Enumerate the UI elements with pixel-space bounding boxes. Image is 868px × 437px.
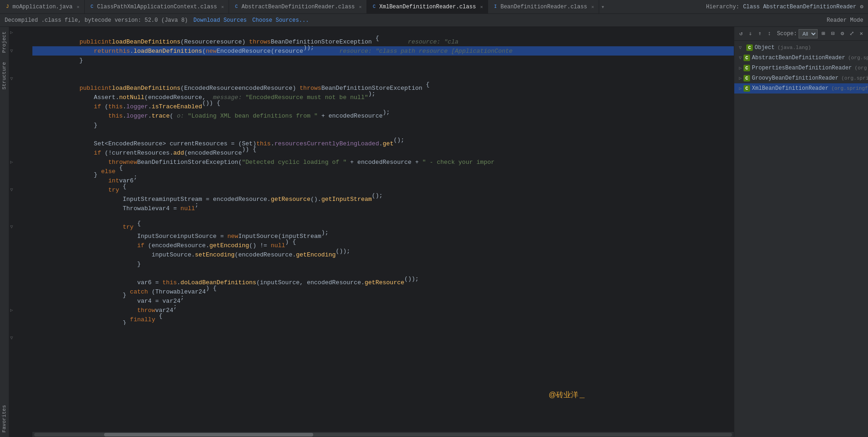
tree-item-name: PropertiesBeanDefinitionReader — [752, 65, 852, 71]
fold-icon[interactable]: ▽ — [10, 224, 13, 230]
maximize-button[interactable]: ⤢ — [848, 29, 856, 38]
settings-button[interactable]: ⚙ — [838, 29, 846, 38]
tree-item-groovyBeanDefReader[interactable]: ▷ C GroovyBeanDefinitionReader (org.spri… — [734, 73, 868, 83]
tab-label: XmlBeanDefinitionReader.class — [379, 4, 476, 10]
tab-moApplication[interactable]: J moApplication.java ✕ — [0, 0, 85, 14]
tab-close-xmlBeanDef[interactable]: ✕ — [480, 4, 483, 10]
scope-select[interactable]: All — [799, 29, 818, 38]
sidebar-item-favorites[interactable]: Favorites — [0, 400, 9, 437]
tree-expand-icon[interactable]: ▷ — [739, 86, 742, 91]
gutter-line — [9, 324, 32, 333]
code-content: public int loadBeanDefinitions(Resource … — [32, 27, 734, 325]
tree-item-pkg: (java.lang) — [777, 45, 811, 50]
tree-item-object[interactable]: ▽ C Object (java.lang) — [734, 43, 868, 53]
tree-item-pkg: (org.springframewo... — [841, 75, 868, 81]
collapse-all-button[interactable]: ⊟ — [829, 29, 837, 38]
gutter-line: ▷ — [9, 306, 32, 315]
fold-icon[interactable]: ▷ — [10, 307, 13, 313]
tree-item-abstractBeanDefReader[interactable]: ▽ C AbstractBeanDefinitionReader (org.sp… — [734, 53, 868, 63]
tree-item-propertiesBeanDefReader[interactable]: ▷ C PropertiesBeanDefinitionReader (org.… — [734, 63, 868, 73]
sort-button[interactable]: ↕ — [766, 29, 774, 38]
class-icon: C — [744, 65, 750, 71]
tree-expand-icon[interactable]: ▽ — [739, 45, 744, 50]
fold-icon[interactable]: ▽ — [10, 76, 13, 81]
tab-close-beanDefReader[interactable]: ✕ — [591, 4, 594, 10]
tab-close-moApplication[interactable]: ✕ — [77, 4, 80, 10]
close-panel-button[interactable]: ✕ — [857, 29, 865, 38]
code-line: InputSource inputSource = new InputSourc… — [32, 231, 734, 241]
code-line: InputStream inputStream = encodedResourc… — [32, 194, 734, 204]
gutter-line — [9, 250, 32, 259]
gutter-line — [9, 241, 32, 250]
more-tabs-chevron[interactable]: ▾ — [599, 3, 607, 11]
code-gutter: ▷ ▽ ▽ ▷ ▽ ▽ — [9, 27, 32, 437]
code-line: return this.loadBeanDefinitions(new Enco… — [32, 46, 734, 56]
tree-expand-icon[interactable]: ▷ — [739, 65, 742, 71]
class-icon: C — [746, 44, 753, 51]
tab-classpathXml[interactable]: C ClassPathXmlApplicationContext.class ✕ — [85, 0, 229, 14]
scrollbar-thumb[interactable] — [104, 433, 313, 437]
download-sources-button[interactable]: Download Sources — [193, 17, 247, 24]
tree-item-pkg: (org.springframewo... — [848, 55, 868, 61]
subtypes-button[interactable]: ⇓ — [747, 29, 755, 38]
tree-item-name: GroovyBeanDefinitionReader — [752, 75, 838, 81]
tab-close-abstractBean[interactable]: ✕ — [359, 4, 362, 10]
decompiled-note: Decompiled .class file, bytecode version… — [5, 17, 188, 24]
gutter-line — [9, 56, 32, 65]
code-line: var4 = var24; — [32, 296, 734, 306]
gutter-line — [9, 259, 32, 268]
fold-icon[interactable]: ▷ — [10, 159, 13, 165]
tree-item-pkg: (org.springframe... — [855, 65, 868, 71]
fold-icon[interactable]: ▽ — [10, 48, 13, 54]
tree-item-name: AbstractBeanDefinitionReader — [752, 55, 845, 61]
code-line: var6 = this.doLoadBeanDefinitions(inputS… — [32, 278, 734, 287]
settings-icon[interactable]: ⚙ — [860, 3, 863, 10]
tab-bar: J moApplication.java ✕ C ClassPathXmlApp… — [0, 0, 868, 14]
gutter-line — [9, 315, 32, 324]
horizontal-scrollbar[interactable] — [32, 431, 734, 437]
tab-label: BeanDefinitionReader.class — [501, 4, 587, 10]
gutter-line — [9, 167, 32, 176]
code-line: } — [32, 259, 734, 268]
gutter-line — [9, 120, 32, 130]
tree-expand-icon[interactable]: ▷ — [739, 75, 742, 81]
gutter-line — [9, 278, 32, 287]
gutter-line — [9, 130, 32, 139]
gutter-line — [9, 102, 32, 111]
tab-abstractBean[interactable]: C AbstractBeanDefinitionReader.class ✕ — [229, 0, 367, 14]
tree-item-name: XmlBeanDefinitionReader — [752, 85, 829, 92]
class-icon: C — [744, 75, 750, 81]
scrollbar-track[interactable] — [34, 433, 732, 437]
class-file-icon: C — [234, 4, 239, 10]
tree-expand-icon[interactable]: ▽ — [739, 55, 742, 61]
gutter-line — [9, 231, 32, 241]
code-line: throw var24; — [32, 306, 734, 315]
refresh-hierarchy-button[interactable]: ↺ — [737, 29, 745, 38]
sidebar-item-project[interactable]: Project — [0, 27, 9, 57]
tab-xmlBeanDef[interactable]: C XmlBeanDefinitionReader.class ✕ — [367, 0, 488, 14]
code-line — [32, 65, 734, 74]
gutter-line — [9, 296, 32, 306]
tree-item-name: Object — [755, 44, 775, 51]
sidebar-item-structure[interactable]: Structure — [0, 57, 9, 94]
code-editor[interactable]: public int loadBeanDefinitions(Resource … — [32, 27, 734, 437]
fold-icon[interactable]: ▽ — [10, 335, 13, 341]
fold-icon[interactable]: ▽ — [10, 187, 13, 193]
code-line — [32, 74, 734, 83]
gutter-line: ▽ — [9, 333, 32, 343]
supertypes-button[interactable]: ⇑ — [756, 29, 764, 38]
tree-item-pkg: (org.springframework.be... — [831, 86, 868, 91]
code-line: } finally { — [32, 315, 734, 324]
reader-mode-button[interactable]: Reader Mode — [827, 17, 863, 24]
tab-label: AbstractBeanDefinitionReader.class — [242, 4, 355, 10]
choose-sources-button[interactable]: Choose Sources... — [252, 17, 309, 24]
tab-close-classpathXml[interactable]: ✕ — [221, 4, 224, 10]
tab-beanDefReader[interactable]: I BeanDefinitionReader.class ✕ — [488, 0, 599, 14]
fold-icon[interactable]: ▷ — [10, 30, 13, 35]
tree-item-xmlBeanDefReader[interactable]: ▷ C XmlBeanDefinitionReader (org.springf… — [734, 83, 868, 94]
interface-file-icon: I — [493, 4, 498, 10]
gutter-line — [9, 268, 32, 278]
expand-all-button[interactable]: ⊞ — [819, 29, 827, 38]
class-file-icon: C — [89, 4, 95, 10]
gutter-line — [9, 93, 32, 102]
